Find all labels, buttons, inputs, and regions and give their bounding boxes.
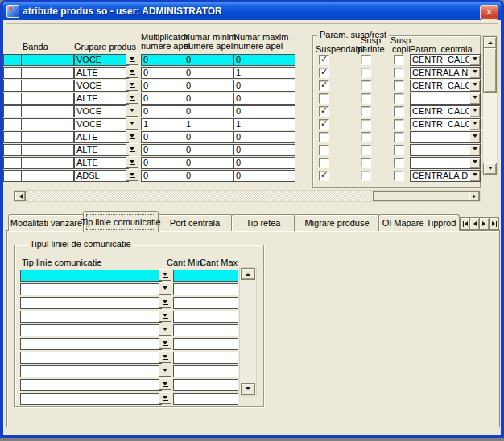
lov-button[interactable] bbox=[126, 66, 138, 78]
cant-max-field[interactable] bbox=[200, 379, 238, 391]
vertical-scrollbar[interactable] bbox=[482, 35, 498, 175]
scrollbar-thumb[interactable] bbox=[483, 47, 497, 93]
susp-parinte-checkbox[interactable] bbox=[361, 119, 371, 130]
numar-maxim-field[interactable]: 0 bbox=[233, 144, 295, 156]
grupare-produs-field[interactable]: ALTE bbox=[74, 93, 129, 105]
susp-copil-checkbox[interactable] bbox=[394, 106, 404, 117]
dropdown-arrow-icon[interactable] bbox=[469, 145, 480, 155]
suspendabil-checkbox[interactable] bbox=[319, 119, 329, 130]
dropdown-arrow-icon[interactable] bbox=[469, 158, 480, 168]
susp-parinte-checkbox[interactable] bbox=[361, 93, 371, 104]
grupare-produs-field[interactable]: VOCE bbox=[74, 118, 129, 130]
scroll-up-button[interactable] bbox=[483, 36, 497, 48]
scroll-down-button[interactable] bbox=[483, 163, 497, 175]
banda-field[interactable] bbox=[21, 170, 74, 182]
multiplicator-field[interactable]: 0 bbox=[141, 131, 188, 143]
param-centrala-combobox[interactable] bbox=[410, 144, 481, 156]
grupare-produs-field[interactable]: ALTE bbox=[74, 131, 129, 143]
cant-min-field[interactable] bbox=[173, 283, 203, 295]
grupare-produs-field[interactable]: ALTE bbox=[74, 144, 129, 156]
lov-button[interactable] bbox=[159, 392, 171, 404]
multiplicator-field[interactable]: 0 bbox=[141, 93, 188, 105]
tab-oi-mapare-tipprod[interactable]: OI Mapare Tipprod bbox=[378, 214, 460, 231]
suspendabil-checkbox[interactable] bbox=[319, 145, 329, 155]
param-centrala-combobox[interactable] bbox=[410, 157, 481, 169]
grupare-produs-field[interactable]: VOCE bbox=[74, 80, 129, 92]
horizontal-scrollbar[interactable] bbox=[14, 190, 481, 202]
banda-field[interactable] bbox=[21, 93, 74, 105]
tab-tip-linie-comunicatie[interactable]: Tip linie comunicatie bbox=[83, 211, 159, 232]
lov-button[interactable] bbox=[159, 324, 171, 336]
multiplicator-field[interactable]: 0 bbox=[141, 67, 188, 79]
cant-min-field[interactable] bbox=[173, 379, 203, 391]
param-centrala-combobox[interactable]: CENTR CALC bbox=[410, 118, 481, 130]
susp-copil-checkbox[interactable] bbox=[394, 145, 404, 155]
tab-port-centrala[interactable]: Port centrala bbox=[157, 214, 233, 231]
cant-max-field[interactable] bbox=[200, 324, 238, 336]
scrollbar-thumb[interactable] bbox=[373, 191, 470, 201]
cant-min-field[interactable] bbox=[173, 393, 203, 405]
numar-maxim-field[interactable]: 0 bbox=[233, 105, 295, 117]
grupare-produs-field[interactable]: VOCE bbox=[74, 54, 129, 66]
numar-minim-field[interactable]: 0 bbox=[184, 80, 237, 92]
numar-minim-field[interactable]: 0 bbox=[184, 105, 237, 117]
tip-linie-field[interactable] bbox=[20, 365, 162, 377]
cant-min-field[interactable] bbox=[173, 270, 203, 282]
param-centrala-combobox[interactable] bbox=[410, 131, 481, 143]
lov-button[interactable] bbox=[126, 169, 138, 181]
lov-button[interactable] bbox=[159, 282, 171, 295]
dropdown-arrow-icon[interactable] bbox=[469, 132, 480, 142]
bottom-vertical-scrollbar[interactable] bbox=[239, 267, 257, 396]
cant-max-field[interactable] bbox=[200, 338, 238, 350]
numar-minim-field[interactable]: 0 bbox=[184, 157, 237, 169]
banda-field[interactable] bbox=[21, 157, 74, 169]
multiplicator-field[interactable]: 0 bbox=[141, 105, 188, 117]
numar-maxim-field[interactable]: 0 bbox=[233, 131, 295, 143]
numar-maxim-field[interactable]: 0 bbox=[233, 93, 295, 105]
tip-linie-field[interactable] bbox=[20, 297, 162, 309]
lov-button[interactable] bbox=[126, 53, 138, 65]
suspendabil-checkbox[interactable] bbox=[319, 93, 329, 104]
cant-max-field[interactable] bbox=[200, 311, 238, 323]
lov-button[interactable] bbox=[126, 92, 138, 104]
cant-max-field[interactable] bbox=[200, 297, 238, 309]
dropdown-arrow-icon[interactable] bbox=[469, 93, 480, 104]
numar-maxim-field[interactable]: 1 bbox=[233, 67, 295, 79]
grupare-produs-field[interactable]: ALTE bbox=[74, 67, 129, 79]
numar-minim-field[interactable]: 0 bbox=[184, 131, 237, 143]
lov-button[interactable] bbox=[159, 296, 171, 308]
susp-parinte-checkbox[interactable] bbox=[361, 55, 371, 65]
lov-button[interactable] bbox=[159, 365, 171, 377]
lov-button[interactable] bbox=[126, 143, 138, 155]
tip-linie-field[interactable] bbox=[20, 352, 162, 364]
susp-copil-checkbox[interactable] bbox=[394, 93, 404, 104]
cant-min-field[interactable] bbox=[173, 297, 203, 309]
cant-min-field[interactable] bbox=[173, 365, 203, 377]
susp-copil-checkbox[interactable] bbox=[394, 68, 404, 78]
multiplicator-field[interactable]: 0 bbox=[141, 157, 188, 169]
lov-button[interactable] bbox=[126, 117, 138, 130]
tip-linie-field[interactable] bbox=[20, 338, 162, 350]
param-centrala-combobox[interactable]: CENTR CALC bbox=[410, 80, 481, 92]
param-centrala-combobox[interactable]: CENTRALA D bbox=[410, 170, 481, 182]
susp-copil-checkbox[interactable] bbox=[394, 55, 404, 65]
dropdown-arrow-icon[interactable] bbox=[469, 55, 480, 65]
multiplicator-field[interactable]: 0 bbox=[141, 144, 188, 156]
susp-parinte-checkbox[interactable] bbox=[361, 106, 371, 117]
numar-minim-field[interactable]: 0 bbox=[184, 67, 237, 79]
tab-scroll-last-button[interactable] bbox=[489, 217, 499, 230]
suspendabil-checkbox[interactable] bbox=[319, 55, 329, 65]
susp-copil-checkbox[interactable] bbox=[394, 80, 404, 91]
tip-linie-field[interactable] bbox=[20, 311, 162, 323]
numar-maxim-field[interactable]: 1 bbox=[233, 118, 295, 130]
numar-minim-field[interactable]: 0 bbox=[184, 54, 237, 66]
susp-parinte-checkbox[interactable] bbox=[361, 132, 371, 142]
banda-field[interactable] bbox=[21, 131, 74, 143]
grupare-produs-field[interactable]: ALTE bbox=[74, 157, 129, 169]
lov-button[interactable] bbox=[126, 156, 138, 168]
cant-min-field[interactable] bbox=[173, 352, 203, 364]
title-bar[interactable]: atribute produs so - user: ADMINISTRATOR… bbox=[3, 2, 501, 20]
lov-button[interactable] bbox=[159, 337, 171, 349]
lov-button[interactable] bbox=[126, 105, 138, 117]
banda-field[interactable] bbox=[21, 118, 74, 130]
